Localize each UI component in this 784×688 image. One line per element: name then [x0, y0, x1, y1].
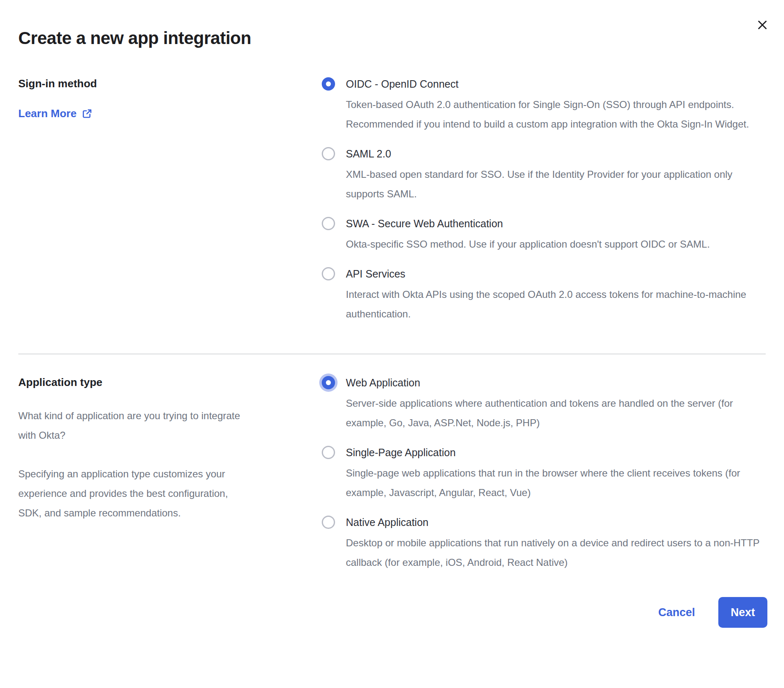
dialog-footer: Cancel Next — [0, 597, 767, 628]
signin-method-section: Sign-in method Learn More OIDC - OpenID … — [0, 76, 784, 324]
close-button[interactable] — [754, 17, 771, 33]
application-type-question: What kind of application are you trying … — [18, 406, 253, 445]
dialog-title: Create a new app integration — [18, 27, 766, 49]
signin-option-swa-label[interactable]: SWA - Secure Web Authentication — [346, 216, 710, 231]
application-type-explanation: Specifying an application type customize… — [18, 464, 253, 523]
radio-web-application[interactable] — [322, 376, 335, 389]
learn-more-link[interactable]: Learn More — [18, 107, 93, 120]
signin-option-oidc-description: Token-based OAuth 2.0 authentication for… — [346, 95, 765, 134]
radio-api-services[interactable] — [322, 267, 335, 280]
signin-method-heading: Sign-in method — [18, 76, 322, 91]
next-button[interactable]: Next — [718, 597, 767, 628]
section-divider — [18, 354, 766, 354]
signin-option-swa[interactable]: SWA - Secure Web Authentication Okta-spe… — [322, 216, 765, 254]
radio-swa[interactable] — [322, 217, 335, 230]
create-app-integration-dialog: Create a new app integration Sign-in met… — [0, 27, 784, 628]
apptype-option-native[interactable]: Native Application Desktop or mobile app… — [322, 515, 765, 572]
cancel-button[interactable]: Cancel — [658, 606, 695, 619]
signin-option-api-services-label[interactable]: API Services — [346, 266, 765, 281]
radio-single-page-application[interactable] — [322, 446, 335, 459]
radio-saml[interactable] — [322, 147, 335, 160]
radio-oidc[interactable] — [322, 77, 335, 91]
signin-option-api-services-description: Interact with Okta APIs using the scoped… — [346, 285, 765, 324]
signin-option-oidc-label[interactable]: OIDC - OpenID Connect — [346, 76, 765, 91]
signin-option-oidc[interactable]: OIDC - OpenID Connect Token-based OAuth … — [322, 76, 765, 134]
apptype-option-native-description: Desktop or mobile applications that run … — [346, 533, 765, 572]
learn-more-label: Learn More — [18, 107, 76, 120]
apptype-option-web-description: Server-side applications where authentic… — [346, 393, 765, 432]
apptype-option-spa[interactable]: Single-Page Application Single-page web … — [322, 445, 765, 502]
apptype-option-web[interactable]: Web Application Server-side applications… — [322, 375, 765, 432]
application-type-section: Application type What kind of applicatio… — [0, 375, 784, 572]
apptype-option-web-label[interactable]: Web Application — [346, 375, 765, 390]
external-link-icon — [81, 108, 93, 119]
apptype-option-native-label[interactable]: Native Application — [346, 515, 765, 530]
signin-option-saml-label[interactable]: SAML 2.0 — [346, 146, 765, 161]
close-icon — [756, 18, 769, 32]
apptype-option-spa-description: Single-page web applications that run in… — [346, 463, 765, 502]
signin-option-saml[interactable]: SAML 2.0 XML-based open standard for SSO… — [322, 146, 765, 204]
signin-option-swa-description: Okta-specific SSO method. Use if your ap… — [346, 234, 710, 254]
signin-option-api-services[interactable]: API Services Interact with Okta APIs usi… — [322, 266, 765, 324]
radio-native-application[interactable] — [322, 516, 335, 529]
signin-option-saml-description: XML-based open standard for SSO. Use if … — [346, 165, 765, 204]
apptype-option-spa-label[interactable]: Single-Page Application — [346, 445, 765, 460]
application-type-heading: Application type — [18, 375, 322, 389]
